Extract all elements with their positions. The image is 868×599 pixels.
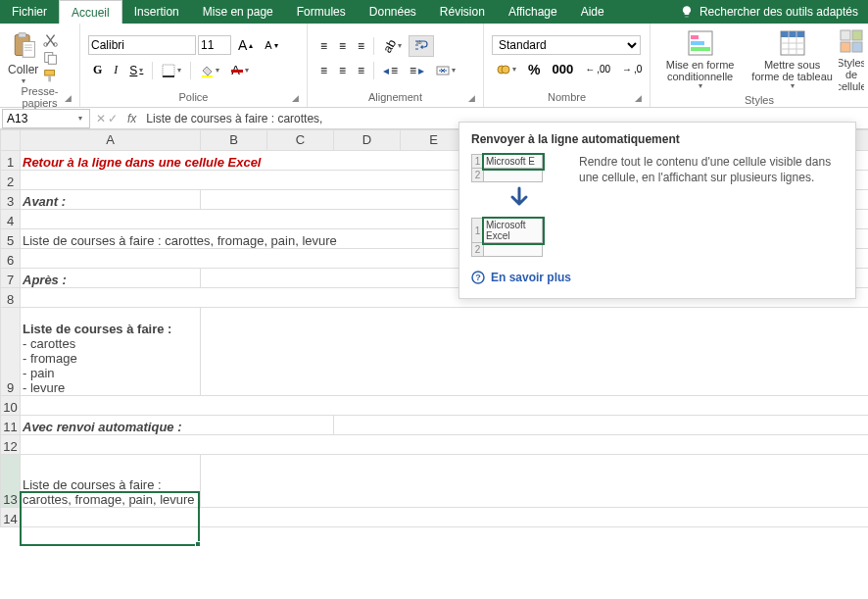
- font-size-combo[interactable]: [198, 35, 231, 55]
- svg-rect-22: [691, 47, 710, 51]
- paste-label: Coller: [8, 63, 38, 76]
- cancel-formula-icon[interactable]: ✕: [96, 112, 106, 125]
- name-box[interactable]: [2, 109, 90, 128]
- tab-review[interactable]: Révision: [428, 0, 497, 24]
- wrap-text-tooltip: Renvoyer à la ligne automatiquement 1Mic…: [458, 122, 856, 299]
- svg-rect-29: [841, 30, 850, 40]
- number-format-combo[interactable]: Standard: [492, 35, 641, 55]
- tab-home[interactable]: Accueil: [59, 0, 122, 24]
- insert-function-button[interactable]: fx: [121, 112, 142, 125]
- tab-data[interactable]: Données: [358, 0, 428, 24]
- font-dialog-launcher[interactable]: ◢: [289, 93, 301, 105]
- tab-formulas[interactable]: Formules: [285, 0, 358, 24]
- merge-icon: [436, 64, 450, 77]
- decrease-indent-button[interactable]: ◂≡: [378, 61, 403, 80]
- col-head[interactable]: C: [267, 130, 334, 151]
- cell-styles-button[interactable]: Styles de cellule: [839, 25, 864, 94]
- align-bottom-button[interactable]: ≡: [353, 36, 369, 56]
- currency-icon: [497, 63, 510, 76]
- chevron-down-icon: ▾: [22, 76, 25, 85]
- tab-help[interactable]: Aide: [569, 0, 616, 24]
- format-as-table-button[interactable]: Mettre sous forme de tableau▾: [746, 27, 839, 93]
- cell-selected[interactable]: Liste de courses à faire : carottes, fro…: [21, 455, 201, 508]
- wrap-text-button[interactable]: ab: [409, 35, 434, 57]
- svg-rect-10: [45, 70, 55, 75]
- svg-rect-21: [691, 41, 704, 45]
- format-painter-icon[interactable]: [42, 68, 60, 83]
- cell-styles-icon: [839, 27, 864, 55]
- tell-me[interactable]: Rechercher des outils adaptés: [616, 0, 868, 24]
- tooltip-illustration: 1Microsoft E2 1Microsoft Excel2: [471, 154, 567, 257]
- increase-font-button[interactable]: A▴: [233, 34, 258, 56]
- svg-rect-14: [202, 75, 213, 77]
- svg-rect-20: [691, 35, 699, 39]
- styles-group-label: Styles: [745, 94, 774, 106]
- number-dialog-launcher[interactable]: ◢: [632, 93, 644, 105]
- font-name-combo[interactable]: [88, 35, 196, 55]
- conditional-formatting-button[interactable]: Mise en forme conditionnelle▾: [654, 27, 746, 93]
- tab-file[interactable]: Fichier: [0, 0, 59, 24]
- fill-color-button[interactable]: ▾: [195, 61, 224, 80]
- enter-formula-icon[interactable]: ✓: [108, 112, 118, 125]
- tab-insert[interactable]: Insertion: [122, 0, 191, 24]
- increase-indent-button[interactable]: ≡▸: [405, 61, 429, 80]
- align-right-button[interactable]: ≡: [353, 61, 369, 80]
- namebox-dropdown[interactable]: ▾: [78, 114, 82, 123]
- thousands-button[interactable]: 000: [547, 59, 578, 79]
- tooltip-title: Renvoyer à la ligne automatiquement: [471, 132, 844, 146]
- font-group-label: Police: [179, 91, 209, 103]
- ribbon-tabs: Fichier Accueil Insertion Mise en page F…: [0, 0, 868, 24]
- align-top-button[interactable]: ≡: [315, 36, 332, 56]
- orientation-button[interactable]: ab▾: [378, 36, 407, 56]
- bucket-icon: [200, 64, 214, 77]
- bold-button[interactable]: G: [88, 60, 107, 80]
- align-center-button[interactable]: ≡: [334, 61, 351, 80]
- svg-rect-31: [841, 42, 850, 52]
- underline-button[interactable]: S▾: [124, 61, 148, 80]
- tab-layout[interactable]: Mise en page: [191, 0, 285, 24]
- col-head[interactable]: B: [201, 130, 267, 151]
- ribbon: Coller ▾ Presse-papiers◢ A▴ A▾ G: [0, 24, 868, 108]
- align-middle-button[interactable]: ≡: [334, 36, 351, 56]
- col-head[interactable]: A: [21, 130, 201, 151]
- conditional-formatting-icon: [687, 29, 714, 57]
- decrease-decimal-button[interactable]: →,0: [617, 61, 647, 77]
- cell[interactable]: Avec renvoi automatique :: [21, 416, 334, 435]
- tab-view[interactable]: Affichage: [497, 0, 569, 24]
- cell[interactable]: Liste de courses à faire : - carottes - …: [21, 308, 201, 396]
- fill-handle[interactable]: [195, 541, 201, 547]
- wrap-text-icon: ab: [413, 38, 429, 54]
- italic-button[interactable]: I: [109, 60, 122, 80]
- merge-cells-button[interactable]: ▾: [431, 61, 460, 80]
- col-head[interactable]: E: [401, 130, 467, 151]
- percent-button[interactable]: %: [523, 59, 545, 80]
- select-all-corner[interactable]: [1, 130, 21, 151]
- svg-rect-9: [49, 55, 57, 64]
- cut-icon[interactable]: [42, 32, 60, 48]
- svg-rect-11: [49, 75, 52, 81]
- border-icon: [162, 64, 175, 77]
- col-head[interactable]: D: [334, 130, 401, 151]
- clipboard-dialog-launcher[interactable]: ◢: [62, 93, 73, 105]
- align-dialog-launcher[interactable]: ◢: [465, 93, 477, 105]
- paste-button[interactable]: Coller ▾: [4, 29, 42, 85]
- table-icon: [779, 29, 806, 57]
- accounting-format-button[interactable]: ▾: [492, 60, 521, 79]
- font-color-button[interactable]: A▾: [226, 60, 254, 80]
- increase-decimal-button[interactable]: ←,00: [580, 61, 615, 77]
- svg-rect-32: [852, 42, 862, 52]
- tell-me-label: Rechercher des outils adaptés: [699, 5, 858, 19]
- align-left-button[interactable]: ≡: [315, 61, 332, 80]
- tooltip-learn-more-link[interactable]: ? En savoir plus: [471, 271, 844, 284]
- svg-rect-2: [23, 42, 34, 58]
- arrow-down-icon: [505, 186, 534, 214]
- cell[interactable]: Après :: [21, 269, 201, 288]
- decrease-font-button[interactable]: A▾: [260, 36, 282, 54]
- cell[interactable]: Avant :: [21, 190, 201, 210]
- svg-rect-24: [781, 31, 804, 37]
- copy-icon[interactable]: [42, 50, 60, 66]
- clipboard-icon: [10, 29, 37, 61]
- help-icon: ?: [471, 271, 485, 284]
- borders-button[interactable]: ▾: [157, 61, 186, 80]
- svg-text:ab: ab: [416, 39, 422, 45]
